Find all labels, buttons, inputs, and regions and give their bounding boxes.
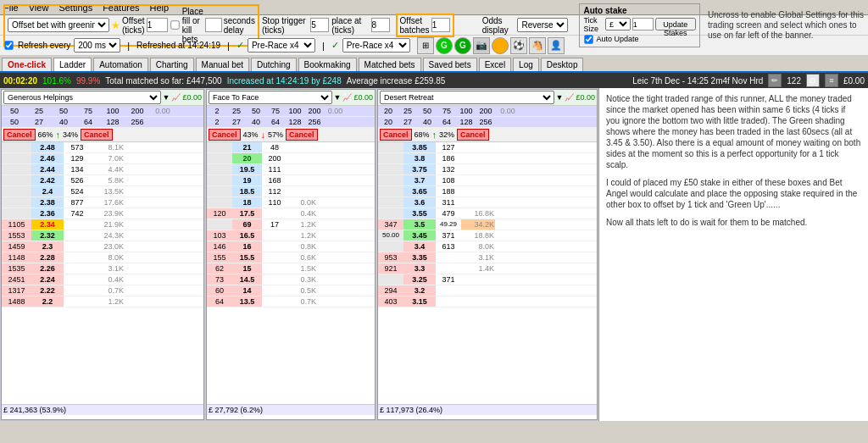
spacer2: | bbox=[227, 41, 230, 51]
table-row: 2.46 129 7.0K bbox=[2, 153, 203, 164]
table-row: 2.48 573 8.1K bbox=[2, 142, 203, 153]
columns-icon[interactable]: ≡ bbox=[825, 74, 838, 87]
table-row: 3.75 132 bbox=[378, 164, 597, 175]
panel2-pct2: 57% bbox=[268, 130, 283, 139]
panel2-expand-icon[interactable]: ▼ bbox=[334, 93, 342, 102]
table-row: 1488 2.2 1.2K bbox=[2, 296, 203, 307]
table-row: 19.5 111 bbox=[207, 164, 375, 175]
increased-text: Increased at 14:24:19 by £248 bbox=[227, 76, 342, 86]
panel2-stake[interactable]: £0.00 bbox=[353, 93, 373, 102]
tab-excel[interactable]: Excel bbox=[479, 58, 511, 71]
table-row: 1553 2.32 24.3K bbox=[2, 230, 203, 241]
panel2-graph-icon[interactable]: 📈 bbox=[342, 93, 352, 102]
tab-ladder[interactable]: Ladder bbox=[53, 58, 92, 71]
table-row: 2.38 877 17.6K bbox=[2, 197, 203, 208]
tab-charting[interactable]: Charting bbox=[150, 58, 194, 71]
panel2-cancel-btn2[interactable]: Cancel bbox=[286, 129, 318, 141]
pre-race-select2[interactable]: Pre-Race x4 bbox=[342, 38, 410, 53]
panel1-cancel-btn[interactable]: Cancel bbox=[3, 129, 36, 141]
panel2-cancel-btn[interactable]: Cancel bbox=[209, 129, 241, 141]
green-circle2-icon[interactable]: G bbox=[454, 37, 471, 54]
table-row: 1105 2.34 21.9K bbox=[2, 219, 203, 230]
odds-display-select[interactable]: Reverse bbox=[517, 18, 568, 32]
camera-icon[interactable]: 📷 bbox=[473, 37, 490, 54]
panel3-select[interactable]: Desert Retreat bbox=[380, 91, 554, 104]
balance-display: £0.00 bbox=[843, 76, 865, 86]
panel3-rows: 3.85 127 3.8 186 3.75 132 3.7 108 bbox=[378, 142, 597, 404]
panel3-up-arrow: ↑ bbox=[432, 130, 437, 140]
panel1-pct2: 34% bbox=[63, 130, 78, 139]
table-row: 60 14 0.5K bbox=[207, 285, 375, 296]
spacer1: | bbox=[127, 41, 130, 51]
update-stakes-button[interactable]: Update Stakes bbox=[655, 18, 696, 30]
tab-automation[interactable]: Automation bbox=[93, 58, 148, 71]
star-icon[interactable]: ★ bbox=[111, 19, 120, 31]
auto-stake-box: Auto stake Tick Size £ Update Stakes Aut… bbox=[579, 3, 700, 47]
grid-icon[interactable]: ⊞ bbox=[417, 37, 434, 54]
tab-manualbet[interactable]: Manual bet bbox=[196, 58, 249, 71]
settings-icon[interactable]: ⚙ bbox=[806, 74, 820, 87]
tab-bookmaking[interactable]: Bookmaking bbox=[298, 58, 357, 71]
tick-size-select[interactable]: £ bbox=[605, 18, 631, 30]
tick-value-input[interactable] bbox=[632, 18, 654, 30]
number-display: 122 bbox=[787, 76, 801, 86]
panel1-odds-row1: 50 25 50 75 100 200 0.00 bbox=[2, 106, 203, 117]
offset-batches-input[interactable] bbox=[431, 18, 450, 32]
panel3-graph-icon[interactable]: 📈 bbox=[565, 93, 574, 102]
panel1-graph-icon[interactable]: 📈 bbox=[171, 93, 181, 102]
table-row: 21 48 bbox=[207, 142, 375, 153]
auto-update-checkbox[interactable] bbox=[585, 35, 593, 43]
refresh-select[interactable]: 200 ms bbox=[74, 38, 120, 53]
panel1-cancel-row: Cancel 66% ↑ 34% Cancel bbox=[2, 128, 203, 142]
panel3-header: Desert Retreat ▼ 📈 £0.00 bbox=[378, 90, 597, 106]
pre-race-select1[interactable]: Pre-Race x4 bbox=[248, 38, 315, 53]
tab-dutching[interactable]: Dutching bbox=[251, 58, 296, 71]
panel3-expand-icon[interactable]: ▼ bbox=[556, 93, 564, 102]
horse-icon[interactable]: 🐴 bbox=[529, 37, 546, 54]
panel3: Desert Retreat ▼ 📈 £0.00 20 25 50 75 100… bbox=[377, 89, 598, 420]
panel2-select[interactable]: Face To Face bbox=[209, 91, 332, 104]
tab-matchedbets[interactable]: Matched bets bbox=[359, 58, 421, 71]
panel3-cancel-btn[interactable]: Cancel bbox=[380, 129, 412, 141]
table-row: 20 200 bbox=[207, 153, 375, 164]
table-row: 2.44 134 4.4K bbox=[2, 164, 203, 175]
race-info: Leic 7th Dec - 14:25 2m4f Nov Hrd bbox=[632, 76, 763, 86]
tab-desktop[interactable]: Desktop bbox=[541, 58, 584, 71]
tick-size-label: Tick Size bbox=[583, 16, 603, 33]
stop-trigger-input[interactable] bbox=[310, 18, 329, 32]
place-at-input[interactable] bbox=[371, 18, 390, 32]
panel1-stake[interactable]: £0.00 bbox=[182, 93, 202, 102]
panel1-cancel-btn2[interactable]: Cancel bbox=[81, 129, 113, 141]
person-icon[interactable]: 👤 bbox=[548, 37, 565, 54]
pencil-icon[interactable]: ✏ bbox=[768, 74, 782, 87]
panel1-footer: £ 241,363 (53.9%) bbox=[2, 404, 203, 415]
panel1-expand-icon[interactable]: ▼ bbox=[163, 93, 170, 102]
panel3-stake[interactable]: £0.00 bbox=[576, 93, 595, 102]
table-row: 2.4 524 13.5K bbox=[2, 186, 203, 197]
panel3-pct2: 32% bbox=[439, 130, 454, 139]
panel2-header: Face To Face ▼ 📈 £0.00 bbox=[207, 90, 375, 106]
table-row: 69 17 1.2K bbox=[207, 219, 375, 230]
offset-select[interactable]: Offset bet with greening bbox=[8, 18, 109, 32]
panel3-cancel-btn2[interactable]: Cancel bbox=[457, 129, 489, 141]
panel1-select[interactable]: Generous Helpings bbox=[3, 91, 161, 104]
odds-display-label: Odds display bbox=[482, 16, 515, 35]
table-row: 1148 2.28 8.0K bbox=[2, 252, 203, 263]
tab-savedbets[interactable]: Saved bets bbox=[423, 58, 477, 71]
table-row: 953 3.35 3.1K bbox=[378, 252, 597, 263]
offset-ticks-input[interactable] bbox=[147, 18, 168, 32]
table-row: 146 16 0.8K bbox=[207, 241, 375, 252]
panel2-odds-row2: 2 27 40 64 128 256 bbox=[207, 117, 375, 128]
tab-oneclick[interactable]: One-click bbox=[2, 58, 52, 71]
place-fill-checkbox[interactable] bbox=[170, 20, 179, 29]
tab-log[interactable]: Log bbox=[513, 58, 539, 71]
circle-icon[interactable] bbox=[492, 37, 509, 54]
pct1: 101.6% bbox=[42, 76, 71, 86]
table-row: 50.00 3.45 371 18.8K bbox=[378, 230, 597, 241]
green-circle-icon[interactable]: G bbox=[436, 37, 453, 54]
soccer-icon[interactable]: ⚽ bbox=[510, 37, 527, 54]
table-row: 294 3.2 bbox=[378, 285, 597, 296]
table-row: 120 17.5 0.4K bbox=[207, 208, 375, 219]
seconds-delay-input[interactable] bbox=[205, 18, 222, 32]
refresh-checkbox[interactable] bbox=[4, 41, 13, 49]
